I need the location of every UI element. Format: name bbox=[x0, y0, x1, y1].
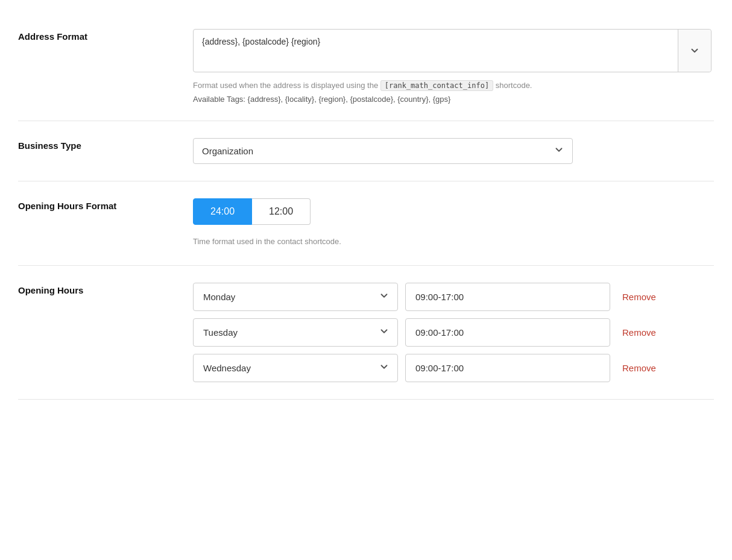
business-type-dropdown[interactable]: Organization LocalBusiness Store Restaur… bbox=[193, 138, 573, 164]
time-format-12h-button[interactable]: 12:00 bbox=[252, 198, 311, 225]
opening-hours-row: Monday Tuesday Wednesday Thursday Friday… bbox=[193, 283, 714, 311]
opening-hours-format-label: Opening Hours Format bbox=[18, 198, 193, 211]
address-format-content: Format used when the address is displaye… bbox=[193, 29, 714, 104]
opening-hours-format-section: Opening Hours Format 24:00 12:00 Time fo… bbox=[18, 181, 714, 266]
address-format-label: Address Format bbox=[18, 29, 193, 42]
time-format-24h-button[interactable]: 24:00 bbox=[193, 198, 252, 225]
address-format-input[interactable] bbox=[194, 30, 678, 72]
monday-day-select-wrapper[interactable]: Monday Tuesday Wednesday Thursday Friday… bbox=[193, 283, 398, 311]
address-format-chevron-button[interactable] bbox=[678, 30, 711, 72]
opening-hours-format-content: 24:00 12:00 Time format used in the cont… bbox=[193, 198, 714, 248]
tuesday-remove-button[interactable]: Remove bbox=[617, 325, 661, 340]
address-format-help: Format used when the address is displaye… bbox=[193, 80, 714, 92]
opening-hours-format-help: Time format used in the contact shortcod… bbox=[193, 236, 714, 248]
opening-hours-rows: Monday Tuesday Wednesday Thursday Friday… bbox=[193, 283, 714, 382]
address-format-section: Address Format Format used when the addr… bbox=[18, 12, 714, 121]
monday-day-select[interactable]: Monday Tuesday Wednesday Thursday Friday… bbox=[193, 283, 398, 311]
monday-remove-button[interactable]: Remove bbox=[617, 289, 661, 304]
business-type-select[interactable]: Organization LocalBusiness Store Restaur… bbox=[193, 138, 573, 164]
opening-hours-row: Monday Tuesday Wednesday Thursday Friday… bbox=[193, 318, 714, 347]
wednesday-day-select-wrapper[interactable]: Monday Tuesday Wednesday Thursday Friday… bbox=[193, 354, 398, 382]
chevron-down-icon bbox=[689, 45, 700, 56]
opening-hours-label: Opening Hours bbox=[18, 283, 193, 295]
shortcode-tag: [rank_math_contact_info] bbox=[380, 80, 493, 91]
tuesday-day-select-wrapper[interactable]: Monday Tuesday Wednesday Thursday Friday… bbox=[193, 318, 398, 347]
available-tags: Available Tags: {address}, {locality}, {… bbox=[193, 95, 714, 104]
business-type-section: Business Type Organization LocalBusiness… bbox=[18, 121, 714, 181]
address-format-wrapper bbox=[193, 29, 711, 72]
business-type-content: Organization LocalBusiness Store Restaur… bbox=[193, 138, 714, 164]
business-type-label: Business Type bbox=[18, 138, 193, 151]
wednesday-remove-button[interactable]: Remove bbox=[617, 360, 661, 376]
wednesday-day-select[interactable]: Monday Tuesday Wednesday Thursday Friday… bbox=[193, 354, 398, 382]
opening-hours-section: Opening Hours Monday Tuesday Wednesday T… bbox=[18, 266, 714, 400]
opening-hours-row: Monday Tuesday Wednesday Thursday Friday… bbox=[193, 354, 714, 382]
opening-hours-content: Monday Tuesday Wednesday Thursday Friday… bbox=[193, 283, 714, 382]
time-format-buttons: 24:00 12:00 bbox=[193, 198, 714, 225]
wednesday-hours-input[interactable] bbox=[405, 354, 610, 382]
tuesday-day-select[interactable]: Monday Tuesday Wednesday Thursday Friday… bbox=[193, 318, 398, 347]
monday-hours-input[interactable] bbox=[405, 283, 610, 311]
tuesday-hours-input[interactable] bbox=[405, 318, 610, 347]
